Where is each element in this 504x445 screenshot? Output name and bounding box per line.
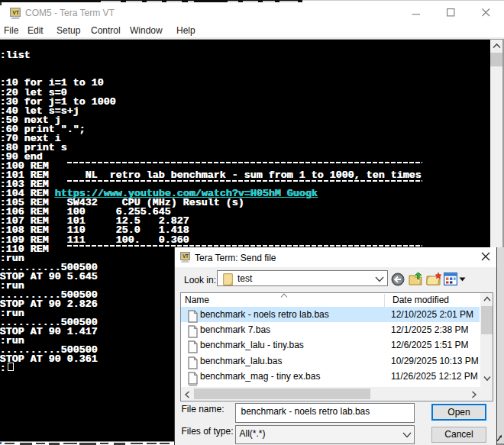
svg-text:VT: VT: [12, 10, 20, 15]
svg-text:VT: VT: [183, 253, 189, 259]
